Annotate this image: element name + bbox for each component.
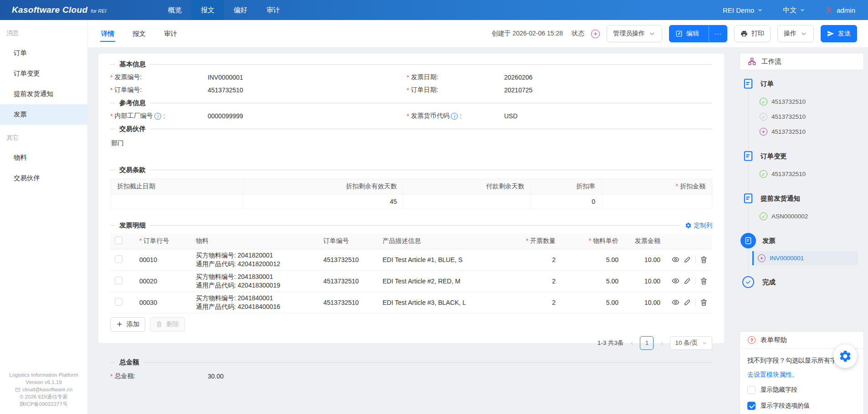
items-pagination: 1-3 共3条 1 10 条/页 xyxy=(110,336,712,350)
discount-rate-value[interactable]: 0 xyxy=(531,194,602,209)
module-settings-link[interactable]: 去设置模块属性。 xyxy=(747,371,857,379)
nav-item-overview[interactable]: 概览 xyxy=(158,0,191,20)
select-all-checkbox[interactable] xyxy=(115,237,123,244)
detail-tabs: 详情 报文 审计 xyxy=(101,20,177,47)
view-icon[interactable] xyxy=(672,277,679,285)
sidebar-item-materials[interactable]: 物料 xyxy=(0,147,87,168)
discount-days-valid-value[interactable]: 45 xyxy=(243,194,403,209)
delete-icon[interactable] xyxy=(700,298,708,306)
row-edit-icon[interactable] xyxy=(684,277,691,285)
status-add-icon[interactable] xyxy=(591,30,600,38)
floating-settings-button[interactable] xyxy=(833,344,857,368)
add-item-label: 添加 xyxy=(127,320,139,328)
col-line-no: 订单行号 xyxy=(135,233,191,249)
field-invoice-no: 发票编号: INV0000001 xyxy=(110,72,407,83)
add-item-button[interactable]: 添加 xyxy=(110,317,145,332)
workflow-doc-link-current[interactable]: INV0000001 xyxy=(752,251,858,265)
admin-actions-button[interactable]: 管理员操作 xyxy=(607,25,662,42)
delete-item-button[interactable]: 删除 xyxy=(150,317,185,332)
status-new-icon xyxy=(760,128,767,136)
col-amount: 发票金额 xyxy=(623,233,665,249)
show-hidden-fields-label: 显示隐藏字段 xyxy=(761,386,797,394)
pagination-next-icon[interactable] xyxy=(659,338,665,348)
doc-icon xyxy=(742,192,754,204)
section-trade-terms-title: 交易条款 xyxy=(119,166,146,174)
sidebar-section-messages: 消息 xyxy=(0,20,87,43)
payment-days-value[interactable] xyxy=(403,194,531,209)
row-edit-icon[interactable] xyxy=(684,298,691,306)
pagination-prev-icon[interactable] xyxy=(628,338,635,348)
caret-down-icon xyxy=(800,30,807,37)
section-total-amount-title: 总金额 xyxy=(119,358,139,367)
sidebar-item-invoices[interactable]: 发票 xyxy=(0,104,87,125)
footer-icp[interactable]: 陕ICP备09022277号 xyxy=(0,400,87,408)
workflow-doc-link[interactable]: 4513732510 xyxy=(760,124,864,139)
row-checkbox[interactable] xyxy=(115,255,123,263)
view-icon[interactable] xyxy=(672,256,679,263)
description-cell: EDI Test Article #3, BLACK, L xyxy=(378,292,517,313)
nav-item-audit[interactable]: 审计 xyxy=(257,0,290,20)
row-checkbox[interactable] xyxy=(115,298,123,306)
username: admin xyxy=(837,6,855,14)
org-dropdown[interactable]: REI Demo xyxy=(723,6,763,14)
customize-columns-link[interactable]: 定制列 xyxy=(685,222,713,230)
workflow-doc-link[interactable]: 4513732510 xyxy=(760,167,864,182)
nav-item-messages[interactable]: 报文 xyxy=(191,0,224,20)
unit-price-cell: 5.00 xyxy=(560,249,623,270)
status-done-icon xyxy=(760,212,767,220)
plant-no-label: 内部工厂编号: xyxy=(110,112,208,120)
user-menu[interactable]: admin xyxy=(825,6,855,14)
language-dropdown[interactable]: 中文 xyxy=(783,6,805,15)
row-edit-icon[interactable] xyxy=(684,256,691,263)
sidebar-item-orders[interactable]: 订单 xyxy=(0,43,87,63)
print-icon xyxy=(740,30,748,37)
toolbar-actions: 创建于 2026-02-06 15:28 状态 管理员操作 编辑 ··· 打印 … xyxy=(492,25,857,42)
info-icon[interactable] xyxy=(451,113,458,120)
tab-detail[interactable]: 详情 xyxy=(101,20,114,47)
nav-item-preferences[interactable]: 偏好 xyxy=(224,0,257,20)
tab-audit[interactable]: 审计 xyxy=(164,20,177,47)
order-no-value: 4513732510 xyxy=(208,86,243,94)
col-payment-days: 付款剩余天数 xyxy=(403,179,531,194)
row-checkbox[interactable] xyxy=(115,277,123,284)
section-basic-info: 基本信息 xyxy=(110,60,712,69)
show-field-values-checkbox[interactable] xyxy=(747,402,756,410)
discount-amount-value[interactable] xyxy=(602,194,712,209)
info-icon[interactable] xyxy=(154,113,161,120)
order-no-cell: 4513732510 xyxy=(319,249,378,270)
description-cell: EDI Test Article #1, BLUE, S xyxy=(378,249,517,270)
workflow-doc-link[interactable]: ASN0000002 xyxy=(760,209,864,224)
plant-no-value: 0000099999 xyxy=(208,112,243,120)
page-size-select[interactable]: 10 条/页 xyxy=(670,336,712,350)
status-done-icon xyxy=(760,170,767,178)
workflow-doc-link[interactable]: 4513732510 xyxy=(760,94,864,109)
language-dropdown-label: 中文 xyxy=(783,6,797,15)
print-label: 打印 xyxy=(751,30,764,38)
delete-icon[interactable] xyxy=(700,277,708,285)
sidebar-item-asn[interactable]: 提前发货通知 xyxy=(0,84,87,104)
discount-due-date-value[interactable] xyxy=(111,194,244,209)
settings-icon xyxy=(838,349,852,363)
footer-email[interactable]: cloud@kasoftware.cn xyxy=(22,387,72,392)
workflow-doc-link[interactable]: 4513732510 xyxy=(760,109,864,124)
send-icon xyxy=(827,30,834,37)
view-icon[interactable] xyxy=(672,298,679,306)
tab-message[interactable]: 报文 xyxy=(133,20,146,47)
delete-icon[interactable] xyxy=(700,256,708,263)
pagination-page-1[interactable]: 1 xyxy=(640,336,654,350)
print-button[interactable]: 打印 xyxy=(734,25,771,42)
send-button[interactable]: 发送 xyxy=(821,25,857,42)
edit-button[interactable]: 编辑 xyxy=(669,25,705,42)
material-cell: 买方物料编号: 2041840001 通用产品代码: 420418400016 xyxy=(191,292,319,313)
line-no-cell: 00020 xyxy=(135,270,191,292)
sidebar-item-partners[interactable]: 交易伙伴 xyxy=(0,168,87,188)
pagination-total: 1-3 共3条 xyxy=(597,339,624,347)
operations-button[interactable]: 操作 xyxy=(777,25,814,42)
more-actions-button[interactable]: ··· xyxy=(709,25,727,42)
operations-label: 操作 xyxy=(784,30,797,38)
workflow-node-order-change: 订单变更 4513732510 xyxy=(740,148,864,191)
col-actions xyxy=(665,233,712,249)
show-hidden-fields-checkbox[interactable] xyxy=(747,386,756,394)
show-field-values-row: 显示字段选项的值 xyxy=(747,401,857,411)
sidebar-item-order-changes[interactable]: 订单变更 xyxy=(0,63,87,84)
